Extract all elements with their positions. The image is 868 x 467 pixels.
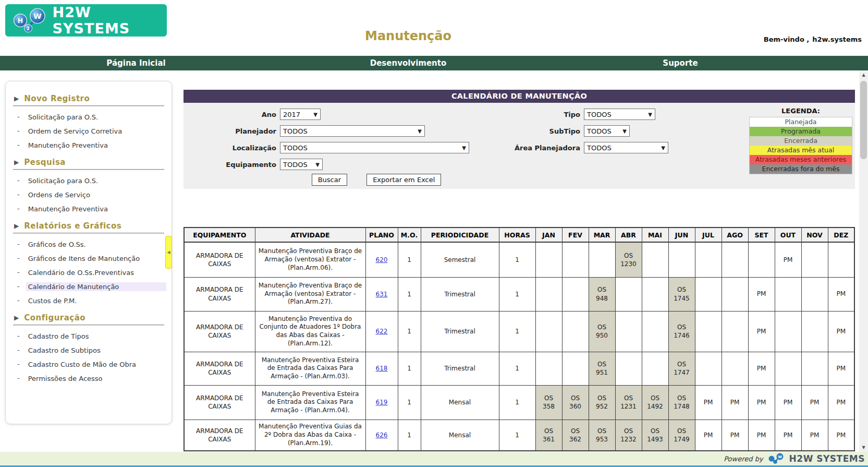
plano-link[interactable]: 622 bbox=[376, 328, 388, 335]
calendar-cell bbox=[562, 352, 589, 385]
sidebar-item-label: Cadastro Custo de Mão de Obra bbox=[26, 360, 166, 369]
atividade-cell: Manutenção Preventiva do Conjunto de Atu… bbox=[255, 311, 365, 352]
calendar-cell bbox=[801, 277, 828, 311]
nav-item[interactable]: Desenvolvimento bbox=[272, 56, 544, 70]
sidebar-item[interactable]: -Calendário de O.Ss.Preventivas bbox=[17, 266, 166, 280]
legend: LEGENDA: PlanejadaProgramadaEncerradaAtr… bbox=[749, 107, 852, 174]
sidebar-item[interactable]: -Cadastro de Subtipos bbox=[17, 343, 166, 357]
calendar-cell bbox=[562, 242, 589, 277]
dash-bullet: - bbox=[17, 282, 20, 291]
horas-cell: 1 bbox=[499, 311, 535, 352]
calendar-cell bbox=[748, 242, 775, 277]
plano-link[interactable]: 619 bbox=[376, 399, 388, 406]
table-row: ARMADORA DE CAIXASManutenção Preventiva … bbox=[184, 277, 854, 311]
filter-select[interactable]: 2017▼ bbox=[280, 109, 321, 120]
horas-cell: 1 bbox=[499, 420, 535, 451]
mo-cell: 1 bbox=[398, 311, 421, 352]
chevron-down-icon: ▼ bbox=[648, 112, 652, 117]
sidebar-section-header[interactable]: ▶Novo Registro bbox=[14, 94, 164, 103]
filters-left: Ano2017▼PlanejadorTODOS▼LocalizaçãoTODOS… bbox=[184, 106, 469, 173]
mo-cell: 1 bbox=[398, 420, 421, 451]
calendar-cell: PM bbox=[828, 385, 854, 420]
plano-link[interactable]: 626 bbox=[376, 432, 388, 439]
plano-cell: 619 bbox=[365, 385, 398, 420]
atividade-cell: Manutenção Preventiva Braço de Armação (… bbox=[255, 277, 365, 311]
dash-bullet: - bbox=[17, 254, 20, 263]
dash-bullet: - bbox=[17, 205, 20, 213]
top-header: H 2 W H2W SYSTEMS Manutenção Bem-vindo ,… bbox=[0, 0, 868, 56]
horas-cell: 1 bbox=[499, 242, 535, 277]
welcome-label: Bem-vindo , bbox=[764, 35, 810, 43]
sidebar-item[interactable]: -Gráficos de Itens de Manutenção bbox=[17, 252, 166, 266]
sidebar-item[interactable]: -Cadastro Custo de Mão de Obra bbox=[17, 357, 166, 372]
divider bbox=[13, 325, 164, 326]
periodicidade-cell: Trimestral bbox=[421, 311, 499, 352]
sidebar-item[interactable]: -Cadastro de Tipos bbox=[17, 329, 166, 343]
sidebar-section-header[interactable]: ▶Configuração bbox=[14, 313, 164, 322]
filter-label: Área Planejadora bbox=[460, 144, 580, 152]
filter-row: PlanejadorTODOS▼ bbox=[184, 123, 469, 139]
select-value: TODOS bbox=[587, 111, 612, 118]
filter-select[interactable]: TODOS▼ bbox=[280, 159, 323, 170]
footer-brand: H2W SYSTEMS bbox=[789, 453, 865, 464]
sidebar-item[interactable]: -Custos de P.M. bbox=[17, 294, 166, 308]
svg-text:W: W bbox=[778, 455, 782, 459]
sidebar-item-label: Permissões de Acesso bbox=[26, 374, 166, 383]
scroll-up-arrow-icon[interactable]: ▲ bbox=[859, 70, 868, 79]
filter-select[interactable]: TODOS▼ bbox=[584, 109, 655, 120]
sidebar-item[interactable]: -Ordem de Serviço Corretiva bbox=[17, 124, 166, 138]
dash-bullet: - bbox=[17, 332, 20, 341]
sidebar-section-header[interactable]: ▶Relatórios e Gráficos bbox=[14, 221, 164, 231]
search-button[interactable]: Buscar bbox=[312, 174, 347, 186]
filter-select[interactable]: TODOS▼ bbox=[584, 125, 630, 137]
button-row: Buscar Exportar em Excel bbox=[184, 174, 569, 186]
month-header: OUT bbox=[775, 227, 801, 242]
sidebar-item[interactable]: -Ordens de Serviço bbox=[17, 188, 166, 202]
sidebar-item[interactable]: -Solicitação para O.S. bbox=[17, 174, 166, 188]
chevron-down-icon: ▼ bbox=[661, 145, 665, 151]
calendar-cell bbox=[695, 311, 722, 352]
sidebar-section-header[interactable]: ▶Pesquisa bbox=[14, 158, 164, 167]
filter-label: Planejador bbox=[184, 127, 276, 135]
filter-row: Área PlanejadoraTODOS▼ bbox=[460, 139, 668, 156]
sidebar-item[interactable]: -Manutenção Preventiva bbox=[17, 138, 166, 152]
filter-row: LocalizaçãoTODOS▼ bbox=[184, 139, 469, 156]
filter-row: EquipamentoTODOS▼ bbox=[184, 156, 469, 173]
export-excel-button[interactable]: Exportar em Excel bbox=[366, 174, 441, 186]
select-value: TODOS bbox=[587, 127, 612, 135]
sidebar-item-label: Cadastro de Tipos bbox=[26, 332, 166, 341]
scrollbar-thumb[interactable] bbox=[860, 81, 867, 159]
calendar-cell: OS360 bbox=[562, 385, 589, 420]
calendar-cell: PM bbox=[695, 385, 722, 420]
calendar-cell: PM bbox=[722, 385, 748, 420]
nav-item[interactable]: Suporte bbox=[544, 56, 816, 70]
equipamento-cell: ARMADORA DE CAIXAS bbox=[184, 277, 255, 311]
calendar-cell bbox=[775, 277, 801, 311]
sidebar-section-title: Pesquisa bbox=[24, 158, 66, 167]
vertical-scrollbar[interactable]: ▲ ▼ bbox=[859, 70, 868, 452]
filter-select[interactable]: TODOS▼ bbox=[280, 142, 469, 153]
sidebar-collapse-handle[interactable]: ◀ bbox=[165, 236, 172, 269]
select-value: TODOS bbox=[283, 161, 308, 169]
sidebar-item[interactable]: -Solicitação para O.S. bbox=[17, 110, 166, 124]
sidebar-item[interactable]: -Manutenção Preventiva bbox=[17, 202, 166, 216]
filter-select[interactable]: TODOS▼ bbox=[584, 142, 668, 153]
periodicidade-cell: Mensal bbox=[421, 420, 499, 451]
sidebar-item[interactable]: -Gráficos de O.Ss. bbox=[17, 237, 166, 252]
calendar-cell: OS948 bbox=[589, 277, 615, 311]
column-header: HORAS bbox=[499, 227, 535, 242]
table-row: ARMADORA DE CAIXASManutenção Preventiva … bbox=[184, 311, 854, 352]
sidebar-item[interactable]: -Permissões de Acesso bbox=[17, 372, 166, 386]
calendar-cell: PM bbox=[748, 311, 775, 352]
legend-item: Planejada bbox=[750, 117, 852, 127]
plano-link[interactable]: 620 bbox=[376, 256, 388, 264]
h2w-molecule-icon: W bbox=[768, 452, 785, 465]
filter-select[interactable]: TODOS▼ bbox=[280, 125, 425, 137]
sidebar-item[interactable]: -Calendário de Manutenção bbox=[17, 280, 166, 294]
scroll-down-arrow-icon[interactable]: ▼ bbox=[859, 443, 868, 452]
nav-item[interactable]: Página Inicial bbox=[0, 56, 272, 70]
plano-link[interactable]: 618 bbox=[376, 365, 388, 372]
plano-link[interactable]: 631 bbox=[376, 291, 388, 298]
sidebar-item-label: Ordem de Serviço Corretiva bbox=[26, 127, 166, 136]
calendar-cell bbox=[722, 242, 748, 277]
